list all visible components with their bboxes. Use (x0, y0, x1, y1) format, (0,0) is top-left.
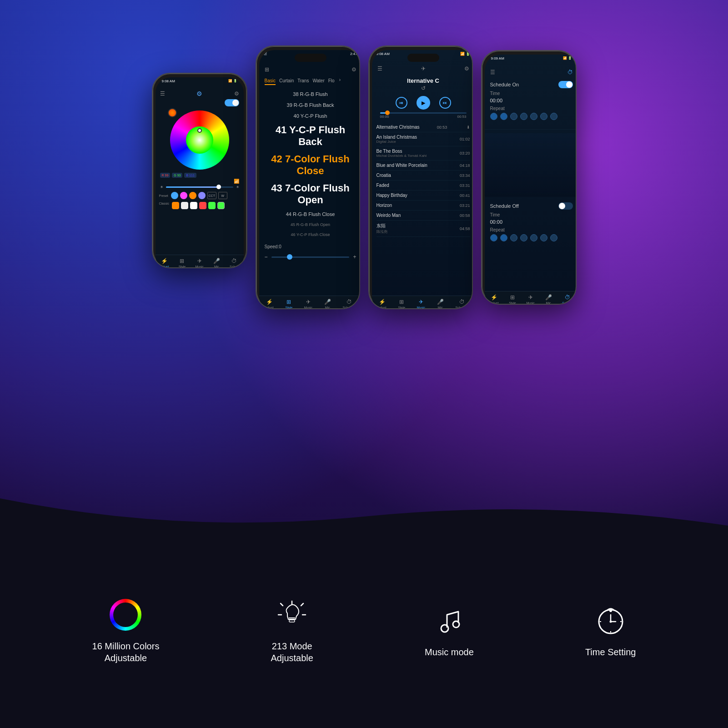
phone3-song-7[interactable]: Horizon 03:21 (377, 201, 470, 211)
phone1-nav-adjust[interactable]: ⚡ Adjust (160, 258, 169, 268)
phone2-tab-basic[interactable]: Basic (265, 77, 276, 85)
phone1-w-btn[interactable]: W (218, 192, 227, 199)
phone3-song-1[interactable]: An Island Christmas Digital Juice 01:02 (377, 132, 470, 146)
phone2-minus-icon[interactable]: − (265, 254, 268, 260)
phone4-nav-sched[interactable]: ⏱ Schedu (562, 294, 573, 305)
phone2-item-39[interactable]: 39 R-G-B Flush Back (259, 100, 360, 110)
phone4-off-day-4[interactable] (520, 234, 527, 241)
phone3-nav-style[interactable]: ⊞ Style (398, 299, 406, 309)
phone4-nav-music[interactable]: ✈ Music (526, 294, 534, 305)
phone2-nav-style-icon: ⊞ (286, 299, 291, 305)
phone3-prev-btn[interactable]: ⏮ (396, 97, 407, 109)
phone3-song-0[interactable]: Alternative Christmas 00:53 ⬇ (377, 122, 470, 132)
phone3-progress-container: 00:00 00:53 (377, 112, 470, 119)
phone1-nav-music[interactable]: ✈ Music (195, 258, 203, 268)
phone2-tab-water[interactable]: Water (312, 77, 324, 85)
phone3-song-5[interactable]: Faded 03:31 (377, 181, 470, 191)
phone4-on-day-1[interactable] (490, 113, 497, 120)
phone4-clock-icon: ⏱ (567, 69, 573, 75)
phone4-on-day-3[interactable] (510, 113, 517, 120)
phone1-cct-btn[interactable]: CCT (207, 192, 216, 199)
phone2-item-45[interactable]: 45 R-G-B Flush Open (259, 220, 360, 230)
phone3-song-3[interactable]: Blue and White Porcelain 04:18 (377, 161, 470, 171)
phone1-nav-style[interactable]: ⊞ Style (179, 258, 186, 268)
phone1-brightness-thumb (216, 185, 221, 189)
color-ring-icon (107, 597, 144, 633)
phone2-grid-icon: ⊞ (265, 66, 269, 73)
phone2-tab-curtain[interactable]: Curtain (279, 77, 294, 85)
phone4-off-day-3[interactable] (510, 234, 517, 241)
phone1-power-toggle[interactable] (225, 99, 239, 106)
phone4-schedule-off-toggle[interactable] (558, 202, 573, 210)
phone2-item-40[interactable]: 40 Y-C-P Flush (259, 110, 360, 121)
phone3-play-btn[interactable]: ▶ (417, 96, 430, 110)
phone4-off-day-1[interactable] (490, 234, 497, 241)
phone4-on-day-5[interactable] (530, 113, 537, 120)
phone4-schedule-off-label: Schedule Off (490, 203, 519, 209)
phone1-classic-2[interactable] (181, 202, 188, 209)
phone4-on-day-4[interactable] (520, 113, 527, 120)
phone3-airplane-icon: ✈ (421, 65, 426, 72)
phone1-preset-2[interactable] (180, 192, 187, 199)
phone4-nav-mic[interactable]: 🎤 Mic (545, 294, 552, 305)
phone2-nav-music[interactable]: ✈ Music (304, 299, 312, 309)
phone4-nav-style[interactable]: ⊞ Style (509, 294, 516, 305)
phone2-item-43[interactable]: 43 7-Color Flush Open (259, 180, 360, 209)
phone2-item-42[interactable]: 42 7-Color Flush Close (259, 151, 360, 180)
phone3-next-btn[interactable]: ⏭ (439, 97, 451, 109)
phone2-item-46[interactable]: 46 Y-C-P Flush Close (259, 230, 360, 240)
phone3-song-2[interactable]: Be The Boss Michal Dvořáček & Tomáš Kahl… (377, 146, 470, 161)
phone-4: 9:09 AM 📶 🔋 ☰ ⏱ Schedule On (481, 50, 577, 305)
feature-modes: 213 Mode Adjustable (271, 597, 313, 664)
phone1-classic-3[interactable] (190, 202, 197, 209)
phone3-song-9[interactable]: 东陌 陈泓尧 04:58 (377, 221, 470, 237)
phone3-nav-mic[interactable]: 🎤 Mic (437, 299, 444, 309)
phone2-nav-mic-icon: 🎤 (324, 299, 331, 305)
phone4-on-day-2[interactable] (500, 113, 507, 120)
phone3-nav-sched[interactable]: ⏱ Schedule (455, 299, 468, 309)
phone3-download-0[interactable]: ⬇ (467, 125, 470, 130)
phone2-speed-track[interactable] (271, 256, 350, 258)
phone2-tab-trans[interactable]: Trans (297, 77, 309, 85)
phone3-nav-style-icon: ⊞ (399, 299, 404, 305)
phone4-off-day-2[interactable] (500, 234, 507, 241)
phone4-header: ☰ ⏱ (485, 67, 577, 77)
phone4-divider (485, 129, 577, 130)
phone1-preset-4[interactable] (198, 192, 206, 199)
phone1-nav-mic[interactable]: 🎤 Mic (213, 258, 220, 268)
phone3-song-6[interactable]: Happy Birthday 00:41 (377, 191, 470, 201)
phone2-notch-area: ☰ 2:47 (259, 50, 360, 64)
phone3-nav-adjust[interactable]: ⚡ Adjust (377, 299, 386, 309)
phone2-nav-sched[interactable]: ⏱ Schedule (342, 299, 356, 309)
phone1-nav-sched[interactable]: ⏱ Sched (230, 258, 239, 268)
phone2-item-38[interactable]: 38 R-G-B Flush (259, 89, 360, 100)
phone1-preset-1[interactable] (171, 192, 178, 199)
phone3-song-8[interactable]: Weirdo Man 00:58 (377, 211, 470, 221)
phone3-progress-track[interactable] (380, 112, 467, 114)
phone2-item-41[interactable]: 41 Y-C-P Flush Back (259, 121, 360, 151)
phone1-classic-4[interactable] (199, 202, 206, 209)
phone4-off-day-7[interactable] (550, 234, 557, 241)
phone4-on-day-7[interactable] (550, 113, 557, 120)
phone1-brightness-track[interactable] (166, 186, 233, 188)
phone2-plus-icon[interactable]: + (353, 254, 356, 260)
phone4-off-day-5[interactable] (530, 234, 537, 241)
phone1-color-wheel[interactable] (170, 110, 229, 170)
phone2-nav-mic[interactable]: 🎤 Mic (324, 299, 331, 309)
phone4-off-day-6[interactable] (540, 234, 547, 241)
phone2-nav-style[interactable]: ⊞ Style (286, 299, 293, 309)
phone3-nav-music[interactable]: ✈ Music (417, 299, 425, 309)
phone3-song-4[interactable]: Croatia 03:34 (377, 171, 470, 181)
phone1-classic-1[interactable] (172, 202, 179, 209)
phone1-brightness-icon: ☀ (160, 185, 163, 189)
svg-line-3 (281, 603, 283, 606)
phone2-tab-flo[interactable]: Flo (328, 77, 335, 85)
phone4-schedule-on-toggle[interactable] (558, 81, 573, 88)
phone2-item-44[interactable]: 44 R-G-B Flush Close (259, 209, 360, 220)
phone2-nav-adjust[interactable]: ⚡ Adjust (265, 299, 273, 309)
phone4-nav-adjust[interactable]: ⚡ Adjust (490, 294, 498, 305)
phone1-preset-3[interactable] (189, 192, 196, 199)
phone1-classic-5[interactable] (208, 202, 216, 209)
phone4-on-day-6[interactable] (540, 113, 547, 120)
phone1-classic-6[interactable] (217, 202, 225, 209)
